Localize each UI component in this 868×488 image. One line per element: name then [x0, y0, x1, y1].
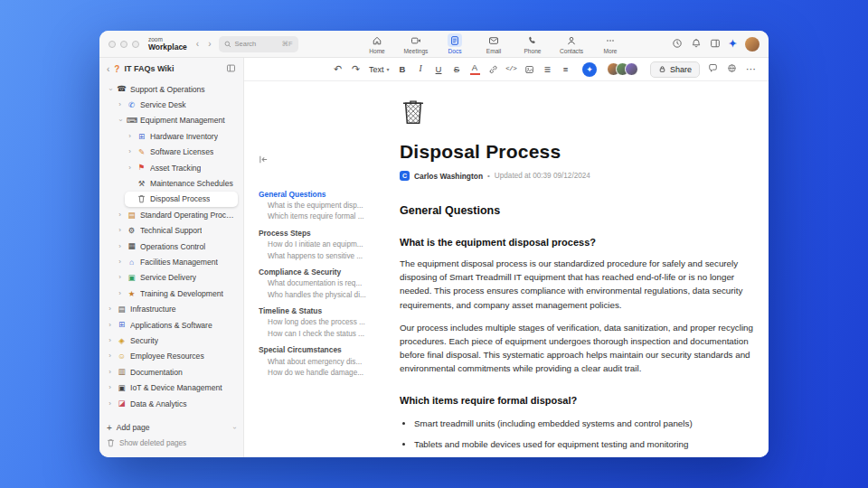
sidebar-item-support-operations[interactable]: ›☎Support & Operations	[105, 81, 238, 97]
toc-item-how-long-does-the-process[interactable]: How long does the process ...	[259, 317, 396, 329]
collapse-sidebar-icon[interactable]	[226, 61, 236, 77]
show-deleted-pages-button[interactable]: Show deleted pages	[107, 436, 236, 450]
chevron-right-icon[interactable]: ›	[107, 384, 113, 391]
sidebar-item-asset-tracking[interactable]: ›⚑Asset Tracking	[125, 160, 238, 175]
undo-icon[interactable]: ↶	[333, 64, 343, 74]
nav-meetings[interactable]: Meetings	[399, 33, 433, 54]
maximize-window-icon[interactable]	[132, 41, 139, 48]
chevron-right-icon[interactable]: ›	[117, 243, 123, 250]
chevron-down-icon[interactable]: ›	[107, 86, 114, 92]
toc-item-general-questions[interactable]: General Questions	[259, 188, 396, 200]
notifications-bell-icon[interactable]	[691, 36, 702, 52]
toc-item-who-handles-the-physical-di[interactable]: Who handles the physical di...	[259, 289, 396, 301]
nav-contacts[interactable]: Contacts	[554, 33, 589, 54]
sidebar-item-training-development[interactable]: ›★Training & Development	[115, 286, 238, 301]
chevron-right-icon[interactable]: ›	[107, 400, 113, 408]
share-button[interactable]: Share	[650, 61, 700, 78]
nav-phone[interactable]: Phone	[515, 33, 550, 54]
user-avatar[interactable]	[745, 37, 760, 52]
nav-home[interactable]: Home	[360, 33, 394, 54]
close-window-icon[interactable]	[108, 41, 116, 48]
chevron-right-icon[interactable]: ›	[127, 133, 133, 140]
sidebar-item-equipment-management[interactable]: ›⌨Equipment Management	[115, 113, 238, 128]
globe-icon[interactable]	[727, 63, 737, 75]
toc-item-how-do-we-handle-damage[interactable]: How do we handle damage...	[259, 367, 396, 379]
side-panel-icon[interactable]	[710, 36, 721, 52]
new-sparkle-icon[interactable]: ✦	[729, 38, 737, 50]
redo-icon[interactable]: ↷	[351, 64, 361, 74]
text-color-button[interactable]: A	[470, 63, 480, 75]
sidebar-back-icon[interactable]: ‹	[107, 64, 109, 74]
toc-item-timeline-status[interactable]: Timeline & Status	[259, 305, 396, 317]
sidebar-item-documentation[interactable]: ›▥Documentation	[105, 364, 238, 380]
chevron-right-icon[interactable]: ›	[127, 164, 133, 172]
sidebar-item-hardware-inventory[interactable]: ›⊞Hardware Inventory	[125, 128, 238, 144]
sidebar-item-security[interactable]: ›◈Security	[105, 333, 238, 348]
toc-item-what-documentation-is-req[interactable]: What documentation is req...	[259, 277, 396, 289]
chevron-right-icon[interactable]: ›	[117, 227, 123, 234]
toc-item-process-steps[interactable]: Process Steps	[259, 227, 396, 239]
code-icon[interactable]: </>	[506, 66, 516, 73]
image-icon[interactable]	[524, 64, 534, 75]
chevron-right-icon[interactable]: ›	[117, 258, 123, 266]
sidebar-item-iot-device-management[interactable]: ›▣IoT & Device Management	[105, 380, 238, 395]
window-controls[interactable]	[108, 41, 139, 48]
align-icon[interactable]: ≡	[561, 65, 571, 74]
bullet-list-icon[interactable]: ≣	[542, 65, 552, 74]
strikethrough-button[interactable]: S	[452, 65, 462, 74]
nav-docs[interactable]: Docs	[438, 33, 472, 54]
toc-item-what-about-emergency-dis[interactable]: What about emergency dis...	[259, 356, 396, 368]
collapse-toc-icon[interactable]	[259, 152, 396, 168]
bold-button[interactable]: B	[398, 65, 408, 74]
chevron-right-icon[interactable]: ›	[107, 322, 113, 329]
sidebar-item-software-licenses[interactable]: ›✎Software Licenses	[125, 145, 238, 160]
toc-item-how-can-i-check-the-status[interactable]: How can I check the status ...	[259, 328, 396, 340]
chevron-down-icon[interactable]: ›	[117, 117, 124, 124]
chevron-right-icon[interactable]: ›	[117, 274, 123, 281]
sidebar-item-operations-control[interactable]: ›▦Operations Control	[115, 239, 238, 254]
minimize-window-icon[interactable]	[120, 41, 127, 48]
sidebar-item-service-delivery[interactable]: ›▣Service Delivery	[115, 270, 238, 286]
toc-item-special-circumstances[interactable]: Special Circumstances	[259, 344, 396, 356]
chevron-right-icon[interactable]: ›	[117, 290, 123, 297]
chevron-right-icon[interactable]: ›	[117, 211, 123, 219]
chevron-right-icon[interactable]: ›	[117, 101, 123, 108]
sidebar-item-maintenance-schedules[interactable]: ⚒Maintenance Schedules	[125, 175, 238, 191]
sidebar-item-disposal-process[interactable]: Disposal Process	[125, 192, 238, 207]
history-icon[interactable]	[672, 36, 683, 52]
add-page-button[interactable]: + Add page ›	[107, 419, 236, 436]
search-input[interactable]: Search ⌘F	[219, 36, 298, 52]
collaborator-avatar[interactable]	[625, 62, 638, 76]
ai-companion-button[interactable]: ✦	[582, 62, 597, 77]
toc-item-which-items-require-formal[interactable]: Which items require formal ...	[259, 211, 396, 223]
toc-item-how-do-i-initiate-an-equipm[interactable]: How do I initiate an equipm...	[259, 239, 396, 250]
sidebar-item-facilities-management[interactable]: ›⌂Facilities Management	[115, 254, 238, 269]
chevron-right-icon[interactable]: ›	[107, 369, 113, 376]
sidebar-item-service-desk[interactable]: ›✆Service Desk	[115, 97, 238, 112]
more-options-icon[interactable]: ⋯	[746, 63, 756, 75]
nav-email[interactable]: Email	[476, 33, 511, 54]
link-icon[interactable]	[488, 64, 498, 75]
sidebar-item-technical-support[interactable]: ›⚙Technical Support	[115, 223, 238, 239]
underline-button[interactable]: U	[434, 65, 444, 74]
chevron-down-icon[interactable]: ›	[231, 427, 239, 429]
back-icon[interactable]: ‹	[196, 39, 199, 49]
text-style-dropdown[interactable]: Text ▾	[369, 65, 390, 74]
toc-item-what-happens-to-sensitive[interactable]: What happens to sensitive ...	[259, 250, 396, 262]
toc-item-what-is-the-equipment-disp[interactable]: What is the equipment disp...	[259, 200, 396, 211]
sidebar-item-infrastructure[interactable]: ›▤Infrastructure	[105, 301, 238, 316]
toc-item-compliance-security[interactable]: Compliance & Security	[259, 266, 396, 277]
sidebar-item-employee-resources[interactable]: ›☺Employee Resources	[105, 349, 238, 364]
italic-button[interactable]: I	[416, 65, 426, 74]
nav-more[interactable]: More	[593, 33, 627, 54]
comment-icon[interactable]	[708, 63, 718, 75]
forward-icon[interactable]: ›	[208, 39, 211, 49]
chevron-down-icon: ▾	[387, 66, 390, 72]
chevron-right-icon[interactable]: ›	[127, 148, 133, 155]
chevron-right-icon[interactable]: ›	[107, 337, 113, 344]
sidebar-item-data-analytics[interactable]: ›◪Data & Analytics	[105, 396, 238, 411]
chevron-right-icon[interactable]: ›	[107, 352, 113, 360]
sidebar-item-applications-software[interactable]: ›⊞Applications & Software	[105, 317, 238, 333]
chevron-right-icon[interactable]: ›	[107, 305, 113, 313]
sidebar-item-standard-operating-procedures[interactable]: ›▤Standard Operating Procedures	[115, 207, 238, 222]
